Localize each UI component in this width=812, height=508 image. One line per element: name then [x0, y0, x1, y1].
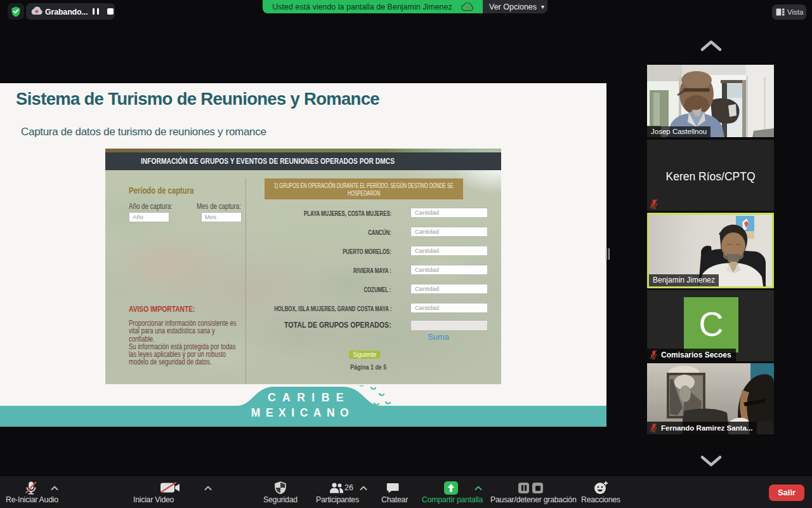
svg-text:MEXICANO: MEXICANO — [251, 406, 354, 419]
svg-text:CARIBE: CARIBE — [268, 391, 350, 404]
